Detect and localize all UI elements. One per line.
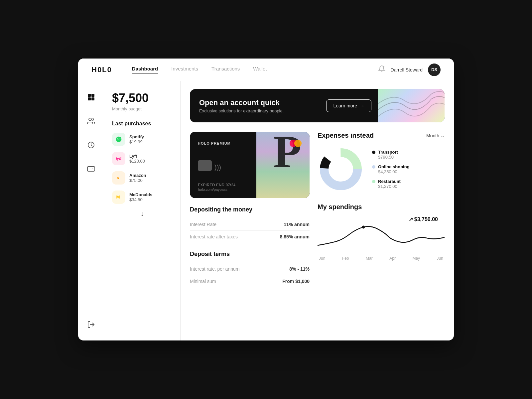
svg-point-5	[89, 118, 91, 121]
sidebar-item-dashboard[interactable]	[85, 91, 97, 103]
legend-label-restaurant: Restaraunt	[378, 179, 401, 184]
legend-transport: Transport $790.50	[372, 150, 410, 160]
card-brand: HOLO PREMIUM	[198, 141, 231, 145]
sidebar-item-analytics[interactable]	[85, 139, 97, 151]
chart-label-1: Feb	[342, 256, 349, 261]
lyft-amount: $120.00	[129, 159, 145, 164]
card-contactless-icon: )))	[214, 164, 221, 171]
nav-dashboard[interactable]: Dashboard	[132, 66, 158, 73]
lyft-icon: lyft	[112, 152, 125, 165]
card-chip	[198, 160, 212, 171]
spotify-icon	[112, 133, 125, 146]
main-layout: $7,500 Monthly budget Last purchases Spo…	[78, 81, 454, 340]
deposit-rows: Interest Rate 11% annum Interest rate af…	[190, 218, 310, 243]
deposit-terms-value-1: From $1,000	[282, 279, 310, 284]
deposit-label-0: Interest Rate	[190, 222, 216, 227]
chart-label-2: Mar	[366, 256, 373, 261]
donut-chart	[318, 146, 364, 193]
card-url: holo.com/paypass	[198, 188, 236, 192]
learn-more-button[interactable]: Learn more →	[326, 99, 371, 112]
amazon-amount: $75.00	[129, 178, 146, 183]
middle-row: P HOLO PREMIUM )))	[190, 132, 445, 287]
legend-shopping: Online shoping $4,350.00	[372, 164, 410, 174]
mcd-name: McDonalds	[129, 192, 152, 197]
purchase-item-mcd: M McDonalds $34.50	[112, 191, 172, 204]
purchase-item-lyft: lyft Lyft $120.00	[112, 152, 172, 165]
spotify-name: Spotify	[129, 134, 144, 139]
chart-label-5: Jun	[437, 256, 443, 261]
banner-decoration	[378, 89, 445, 122]
expenses-legend: Transport $790.50 Online shoping $4,350.…	[372, 150, 410, 189]
main-content: Open an account quick Exclusive solution…	[181, 81, 454, 340]
nav-transactions[interactable]: Transactions	[211, 66, 240, 73]
month-selector[interactable]: Month ⌄	[426, 133, 445, 138]
card-expiry: EXPIRED END 07/24	[198, 183, 236, 187]
card-bottom-info: EXPIRED END 07/24 holo.com/paypass	[198, 183, 236, 192]
chart-label-3: Apr	[389, 256, 396, 261]
svg-text:a: a	[117, 176, 119, 180]
deposit-title: Depositing the money	[190, 206, 310, 213]
main-nav: Dashboard Investments Transactions Walle…	[132, 66, 378, 73]
card-deposit-section: P HOLO PREMIUM )))	[190, 132, 310, 287]
deposit-value-1: 8.85% annum	[280, 234, 310, 239]
deposit-terms-row-1: Minimal sum From $1,000	[190, 275, 310, 287]
header-right: Darrell Steward DS	[378, 64, 441, 76]
purchase-item-amazon: a Amazon $75.00	[112, 171, 172, 185]
amazon-name: Amazon	[129, 173, 146, 178]
spotify-amount: $19.99	[129, 139, 144, 144]
avatar[interactable]: DS	[428, 64, 441, 76]
promo-banner: Open an account quick Exclusive solution…	[190, 89, 445, 122]
spendings-title: My spendings	[318, 203, 445, 211]
lyft-name: Lyft	[129, 154, 145, 159]
legend-dot-shopping	[372, 165, 375, 169]
bell-icon[interactable]	[378, 65, 385, 74]
deposit-label-1: Interest rate after taxes	[190, 234, 238, 239]
down-arrow-icon[interactable]: ↓	[112, 210, 172, 217]
legend-dot-transport	[372, 151, 375, 154]
purchases-title: Last purchases	[112, 121, 172, 127]
chart-x-labels: Jun Feb Mar Apr May Jun	[318, 256, 445, 261]
svg-text:M: M	[116, 195, 120, 200]
sidebar-item-profile[interactable]	[85, 115, 97, 127]
sidebar	[78, 81, 104, 340]
monthly-amount: $7,500	[112, 91, 172, 105]
nav-wallet[interactable]: Wallet	[253, 66, 267, 73]
user-name: Darrell Steward	[391, 67, 423, 72]
chart-label-4: May	[412, 256, 420, 261]
deposit-row-0: Interest Rate 11% annum	[190, 218, 310, 231]
mcdonalds-icon: M	[112, 191, 125, 204]
svg-point-16	[362, 226, 365, 229]
amazon-icon: a	[112, 171, 125, 185]
deposit-terms-value-0: 8% - 11%	[289, 266, 310, 272]
sidebar-item-wallet[interactable]	[85, 163, 97, 175]
sidebar-item-logout[interactable]	[85, 319, 97, 331]
svg-rect-7	[87, 167, 95, 171]
svg-rect-3	[88, 97, 91, 100]
nav-investments[interactable]: Investments	[171, 66, 198, 73]
donut-section: Transport $790.50 Online shoping $4,350.…	[318, 146, 445, 193]
legend-label-shopping: Online shoping	[378, 164, 410, 169]
credit-card: P HOLO PREMIUM )))	[190, 132, 310, 198]
right-panel: Expenses instead Month ⌄	[318, 132, 445, 287]
svg-rect-1	[88, 94, 91, 97]
svg-rect-4	[91, 97, 94, 100]
legend-amount-restaurant: $1,270.00	[378, 184, 401, 189]
card-header: HOLO PREMIUM	[198, 140, 302, 147]
deposit-row-1: Interest rate after taxes 8.85% annum	[190, 231, 310, 243]
app-window: H0L0 Dashboard Investments Transactions …	[78, 59, 454, 340]
header: H0L0 Dashboard Investments Transactions …	[78, 59, 454, 81]
mastercard-icon	[290, 140, 302, 147]
svg-point-15	[330, 158, 352, 181]
chevron-down-icon: ⌄	[441, 133, 445, 138]
chart-label-0: Jun	[319, 256, 325, 261]
deposit-terms-row-0: Interest rate, per annum 8% - 11%	[190, 263, 310, 275]
left-panel: $7,500 Monthly budget Last purchases Spo…	[104, 81, 181, 340]
legend-amount-shopping: $4,350.00	[378, 169, 410, 174]
chart-peak-amount: ↗ $3,750.00	[409, 216, 438, 222]
svg-point-9	[116, 137, 122, 142]
deposit-terms-label-0: Interest rate, per annum	[190, 266, 239, 272]
expenses-title: Expenses instead	[318, 132, 374, 139]
banner-text: Open an account quick Exclusive solution…	[190, 98, 326, 113]
legend-amount-transport: $790.50	[378, 155, 398, 160]
mcd-amount: $34.50	[129, 197, 152, 202]
